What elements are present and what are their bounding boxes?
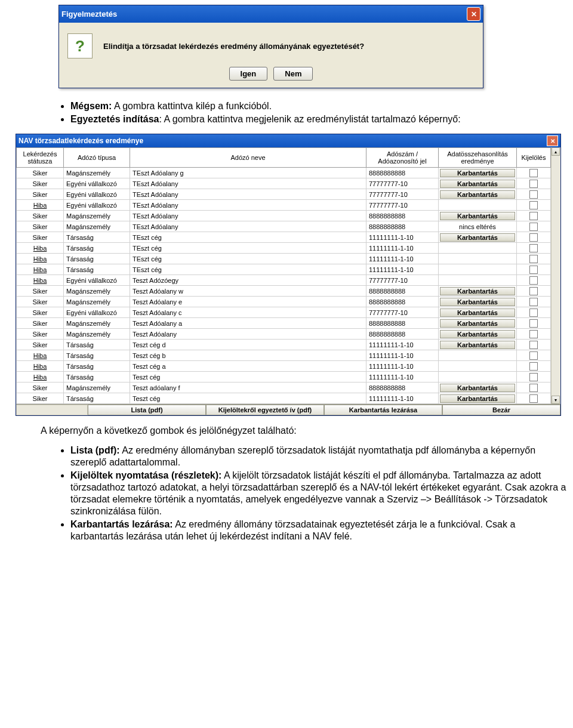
karbantartas-button[interactable]: Karbantartás bbox=[440, 319, 515, 328]
select-checkbox[interactable] bbox=[529, 351, 538, 360]
cell-name: Teszt Adóalany c bbox=[130, 307, 366, 318]
close-icon[interactable]: ✕ bbox=[467, 7, 480, 21]
status-link[interactable]: Hiba bbox=[33, 277, 47, 284]
karbantartas-lezarasa-button[interactable]: Karbantartás lezárása bbox=[324, 405, 442, 415]
results-table: Lekérdezés státusza Adózó típusa Adózó n… bbox=[16, 147, 551, 404]
vertical-scrollbar[interactable]: ▴ ▾ bbox=[551, 147, 560, 404]
cell-type: Társaság bbox=[64, 243, 130, 254]
select-checkbox[interactable] bbox=[529, 276, 538, 285]
table-row[interactable]: SikerEgyéni vállalkozóTEszt Adóalany7777… bbox=[17, 178, 551, 189]
karbantartas-button[interactable]: Karbantartás bbox=[440, 341, 515, 349]
status-link[interactable]: Hiba bbox=[33, 255, 47, 263]
status-link[interactable]: Hiba bbox=[33, 202, 47, 209]
scroll-down-icon[interactable]: ▾ bbox=[552, 396, 560, 404]
select-checkbox[interactable] bbox=[529, 373, 538, 381]
top-bullet-list: Mégsem: A gombra kattintva kilép a funkc… bbox=[5, 100, 568, 125]
table-row[interactable]: SikerMagánszemélyTEszt Adóalany888888888… bbox=[17, 211, 551, 221]
select-checkbox[interactable] bbox=[529, 319, 538, 328]
select-checkbox[interactable] bbox=[529, 244, 538, 252]
karbantartas-button[interactable]: Karbantartás bbox=[440, 298, 515, 306]
table-row[interactable]: SikerMagánszemélyTeszt Adóalany888888888… bbox=[17, 329, 551, 340]
table-row[interactable]: SikerMagánszemélyTEszt Adóalany888888888… bbox=[17, 221, 551, 232]
table-row[interactable]: HibaEgyéni vállalkozóTEszt Adóalany77777… bbox=[17, 200, 551, 211]
table-row[interactable]: SikerMagánszemélyTeszt Adóalany e8888888… bbox=[17, 297, 551, 307]
table-row[interactable]: HibaTársaságTeszt cég11111111-1-10 bbox=[17, 372, 551, 382]
select-checkbox[interactable] bbox=[529, 362, 538, 371]
select-checkbox[interactable] bbox=[529, 298, 538, 306]
karbantartas-button[interactable]: Karbantartás bbox=[440, 212, 515, 220]
select-checkbox[interactable] bbox=[529, 330, 538, 338]
cell-compare: Karbantartás bbox=[439, 178, 517, 189]
select-checkbox[interactable] bbox=[529, 384, 538, 392]
select-checkbox[interactable] bbox=[529, 309, 538, 317]
col-status[interactable]: Lekérdezés státusza bbox=[17, 148, 64, 168]
cell-select bbox=[517, 243, 551, 254]
status-link[interactable]: Hiba bbox=[33, 363, 47, 370]
cell-compare bbox=[439, 200, 517, 211]
karbantartas-button[interactable]: Karbantartás bbox=[440, 384, 515, 392]
status-link[interactable]: Hiba bbox=[33, 374, 47, 381]
select-checkbox[interactable] bbox=[529, 169, 538, 177]
karbantartas-button[interactable]: Karbantartás bbox=[440, 169, 515, 177]
close-icon[interactable]: ✕ bbox=[547, 135, 558, 146]
table-row[interactable]: SikerMagánszemélyTeszt adóalany f8888888… bbox=[17, 382, 551, 393]
cell-type: Magánszemély bbox=[64, 318, 130, 329]
status-link[interactable]: Hiba bbox=[33, 245, 47, 252]
scroll-up-icon[interactable]: ▴ bbox=[552, 147, 560, 156]
table-row[interactable]: SikerTársaságTeszt cég d11111111-1-10Kar… bbox=[17, 340, 551, 350]
select-checkbox[interactable] bbox=[529, 394, 538, 403]
col-select[interactable]: Kijelölés bbox=[517, 148, 551, 168]
select-checkbox[interactable] bbox=[529, 201, 538, 209]
yes-button[interactable]: Igen bbox=[229, 67, 268, 81]
table-row[interactable]: SikerTársaságTEszt cég11111111-1-10Karba… bbox=[17, 232, 551, 243]
table-row[interactable]: HibaTársaságTEszt cég11111111-1-10 bbox=[17, 264, 551, 275]
table-row[interactable]: HibaTársaságTEszt cég11111111-1-10 bbox=[17, 243, 551, 254]
lista-pdf-button[interactable]: Lista (pdf) bbox=[88, 405, 206, 415]
select-checkbox[interactable] bbox=[529, 190, 538, 199]
col-compare[interactable]: Adatösszehasonlítás eredménye bbox=[439, 148, 517, 168]
select-checkbox[interactable] bbox=[529, 180, 538, 188]
cell-compare: Karbantartás bbox=[439, 307, 517, 318]
table-row[interactable]: HibaTársaságTeszt cég a11111111-1-10 bbox=[17, 361, 551, 372]
status-link[interactable]: Hiba bbox=[33, 352, 47, 359]
status-link[interactable]: Hiba bbox=[33, 266, 47, 273]
karbantartas-button[interactable]: Karbantartás bbox=[440, 394, 515, 403]
table-row[interactable]: SikerTársaságTeszt cég11111111-1-10Karba… bbox=[17, 393, 551, 404]
select-checkbox[interactable] bbox=[529, 341, 538, 349]
select-checkbox[interactable] bbox=[529, 287, 538, 295]
cell-status: Hiba bbox=[17, 254, 64, 264]
dialog-title: Figyelmeztetés bbox=[61, 10, 117, 18]
col-type[interactable]: Adózó típusa bbox=[64, 148, 130, 168]
table-row[interactable]: SikerMagánszemélyTEszt Adóalany g8888888… bbox=[17, 168, 551, 178]
table-row[interactable]: SikerMagánszemélyTeszt Adóalany w8888888… bbox=[17, 286, 551, 297]
select-checkbox[interactable] bbox=[529, 223, 538, 231]
karbantartas-button[interactable]: Karbantartás bbox=[440, 309, 515, 317]
cell-status: Siker bbox=[17, 393, 64, 404]
table-row[interactable]: HibaEgyéni vállalkozóTeszt Adózóegy77777… bbox=[17, 275, 551, 286]
karbantartas-button[interactable]: Karbantartás bbox=[440, 190, 515, 199]
table-row[interactable]: SikerEgyéni vállalkozóTeszt Adóalany c77… bbox=[17, 307, 551, 318]
no-button[interactable]: Nem bbox=[273, 67, 313, 81]
cell-taxid: 77777777-10 bbox=[366, 178, 439, 189]
select-checkbox[interactable] bbox=[529, 233, 538, 242]
cell-taxid: 11111111-1-10 bbox=[366, 243, 439, 254]
cell-select bbox=[517, 286, 551, 297]
karbantartas-button[interactable]: Karbantartás bbox=[440, 180, 515, 188]
cell-type: Társaság bbox=[64, 372, 130, 382]
table-row[interactable]: SikerMagánszemélyTeszt Adóalany a8888888… bbox=[17, 318, 551, 329]
select-checkbox[interactable] bbox=[529, 266, 538, 274]
col-taxid[interactable]: Adószám / Adóazonosító jel bbox=[366, 148, 439, 168]
karbantartas-button[interactable]: Karbantartás bbox=[440, 233, 515, 242]
select-checkbox[interactable] bbox=[529, 212, 538, 220]
table-row[interactable]: HibaTársaságTEszt cég11111111-1-10 bbox=[17, 254, 551, 264]
col-name[interactable]: Adózó neve bbox=[130, 148, 366, 168]
results-title: NAV törzsadatlekérdezés eredménye bbox=[19, 137, 143, 145]
bezar-button[interactable]: Bezár bbox=[442, 405, 560, 415]
table-row[interactable]: HibaTársaságTeszt cég b11111111-1-10 bbox=[17, 350, 551, 361]
karbantartas-button[interactable]: Karbantartás bbox=[440, 287, 515, 295]
karbantartas-button[interactable]: Karbantartás bbox=[440, 330, 515, 338]
select-checkbox[interactable] bbox=[529, 255, 538, 263]
cell-taxid: 8888888888 bbox=[366, 211, 439, 221]
kijelolt-pdf-button[interactable]: Kijelöltekről egyeztető ív (pdf) bbox=[206, 405, 324, 415]
table-row[interactable]: SikerEgyéni vállalkozóTEszt Adóalany7777… bbox=[17, 189, 551, 200]
